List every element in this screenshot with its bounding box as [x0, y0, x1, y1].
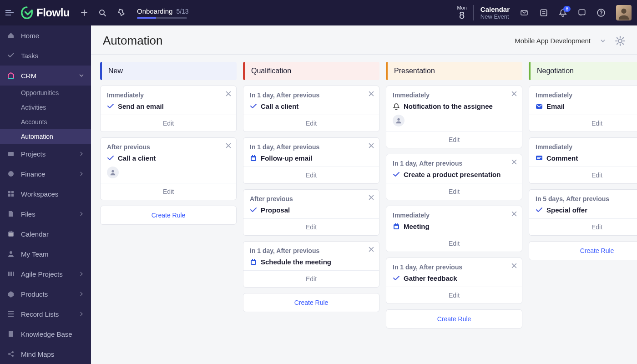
- svg-rect-20: [8, 194, 10, 197]
- card-edit-button[interactable]: Edit: [243, 115, 379, 131]
- card-close-button[interactable]: [511, 263, 517, 269]
- avatar[interactable]: [616, 5, 632, 20]
- logo[interactable]: Flowlu: [20, 6, 70, 20]
- sidebar-item-label: Workspaces: [21, 190, 58, 198]
- notifications-icon[interactable]: 8: [559, 9, 567, 17]
- automation-card: ImmediatelySend an emailEdit: [100, 86, 237, 132]
- card-close-button[interactable]: [368, 142, 374, 149]
- sidebar-sub-activities[interactable]: Activities: [0, 100, 91, 115]
- sidebar-sub-accounts[interactable]: Accounts: [0, 115, 91, 129]
- card-close-button[interactable]: [511, 211, 517, 217]
- search-button[interactable]: [99, 9, 106, 16]
- card-edit-button[interactable]: Edit: [529, 115, 637, 131]
- assignee-chip[interactable]: [393, 115, 404, 126]
- pin-button[interactable]: [117, 8, 126, 17]
- card-action: Notification to the assignee: [393, 102, 516, 110]
- card-trigger: In 1 day, After previous: [393, 263, 516, 271]
- automation-card: In 1 day, After previousCreate a product…: [386, 154, 522, 200]
- chat-icon: [536, 155, 543, 162]
- mindmap-icon: [6, 349, 15, 359]
- logo-text: Flowlu: [36, 6, 70, 19]
- workspaces-icon: [6, 189, 15, 198]
- create-rule-button[interactable]: Create Rule: [100, 206, 237, 225]
- sidebar-item-projects[interactable]: Projects: [0, 144, 91, 164]
- card-trigger: In 1 day, After previous: [250, 91, 373, 99]
- sidebar-item-files[interactable]: Files: [0, 204, 91, 224]
- sidebar-sub-opportunities[interactable]: Opportunities: [0, 86, 91, 100]
- automation-card: In 1 day, After previousFollow-up emailE…: [243, 137, 379, 184]
- check-icon: [393, 275, 400, 282]
- card-edit-button[interactable]: Edit: [529, 218, 637, 235]
- card-edit-button[interactable]: Edit: [386, 235, 522, 252]
- create-rule-button[interactable]: Create Rule: [243, 293, 379, 312]
- top-bar: Flowlu Onboarding 5/13 Mon 8 Calendar Ne…: [0, 0, 637, 25]
- project-picker[interactable]: Mobile App Development: [515, 37, 606, 45]
- card-label: Email: [546, 102, 565, 110]
- help-icon[interactable]: [597, 9, 605, 17]
- card-close-button[interactable]: [368, 194, 374, 201]
- create-rule-button[interactable]: Create Rule: [529, 241, 637, 260]
- card-edit-button[interactable]: Edit: [243, 167, 379, 183]
- page-title: Automation: [103, 34, 163, 48]
- check-icon: [107, 155, 114, 162]
- card-edit-button[interactable]: Edit: [529, 167, 637, 183]
- svg-point-27: [12, 355, 14, 357]
- sidebar-item-tasks[interactable]: Tasks: [0, 46, 91, 66]
- svg-point-25: [8, 353, 10, 355]
- card-close-button[interactable]: [368, 91, 374, 97]
- sidebar-item-crm[interactable]: CRM: [0, 66, 91, 86]
- team-icon: [6, 249, 15, 258]
- chevron-right-icon: [78, 271, 85, 277]
- card-close-button[interactable]: [368, 246, 374, 253]
- sidebar-item-myteam[interactable]: My Team: [0, 244, 91, 264]
- card-edit-button[interactable]: Edit: [243, 270, 379, 287]
- sidebar-item-kb[interactable]: Knowledge Base: [0, 324, 91, 344]
- mail-icon: [536, 103, 543, 110]
- card-edit-button[interactable]: Edit: [101, 115, 236, 131]
- card-close-button[interactable]: [511, 91, 517, 97]
- create-rule-button[interactable]: Create Rule: [386, 309, 522, 329]
- card-close-button[interactable]: [511, 159, 517, 165]
- chevron-down-icon: [600, 38, 606, 44]
- chat-icon[interactable]: [578, 9, 586, 17]
- add-button[interactable]: [81, 9, 88, 16]
- sidebar-sub-label: Automation: [21, 133, 53, 140]
- assignee-chip[interactable]: [107, 167, 119, 178]
- column-header: Negotiation: [529, 62, 637, 80]
- date-widget[interactable]: Mon 8: [457, 5, 474, 20]
- projects-icon: [6, 149, 15, 158]
- card-edit-button[interactable]: Edit: [386, 131, 522, 148]
- board: NewImmediatelySend an emailEditAfter pre…: [91, 55, 637, 364]
- notes-icon[interactable]: [540, 9, 548, 17]
- sidebar-sub-automation[interactable]: Automation: [0, 129, 91, 144]
- card-action: Call a client: [250, 102, 373, 110]
- automation-card: In 1 day, After previousGather feedbackE…: [386, 258, 522, 304]
- card-edit-button[interactable]: Edit: [243, 218, 379, 235]
- card-close-button[interactable]: [225, 91, 232, 97]
- sidebar-item-finance[interactable]: Finance: [0, 164, 91, 184]
- check-icon: [107, 103, 114, 110]
- sidebar-item-workspaces[interactable]: Workspaces: [0, 184, 91, 204]
- calendar-widget[interactable]: Calendar New Event: [480, 5, 510, 20]
- card-edit-button[interactable]: Edit: [101, 183, 236, 200]
- card-close-button[interactable]: [225, 142, 232, 149]
- sidebar-item-products[interactable]: Products: [0, 284, 91, 304]
- svg-rect-18: [8, 191, 10, 193]
- svg-rect-23: [10, 272, 12, 276]
- sidebar-item-calendar[interactable]: Calendar: [0, 224, 91, 244]
- sidebar-item-records[interactable]: Record Lists: [0, 304, 91, 324]
- card-edit-button[interactable]: Edit: [386, 183, 522, 200]
- menu-toggle-icon[interactable]: [5, 10, 16, 16]
- settings-button[interactable]: [615, 36, 625, 46]
- card-edit-button[interactable]: Edit: [386, 287, 522, 303]
- check-icon: [250, 207, 257, 214]
- sidebar-item-label: CRM: [21, 72, 36, 80]
- sidebar-item-home[interactable]: Home: [0, 25, 91, 46]
- sidebar-item-agile[interactable]: Agile Projects: [0, 264, 91, 284]
- mail-icon[interactable]: [520, 9, 529, 16]
- onboarding-widget[interactable]: Onboarding 5/13: [137, 7, 189, 19]
- sidebar-item-label: Record Lists: [21, 310, 59, 318]
- card-label: Comment: [546, 154, 578, 162]
- sidebar-item-mindmaps[interactable]: Mind Maps: [0, 344, 91, 364]
- cal-icon: [250, 155, 257, 162]
